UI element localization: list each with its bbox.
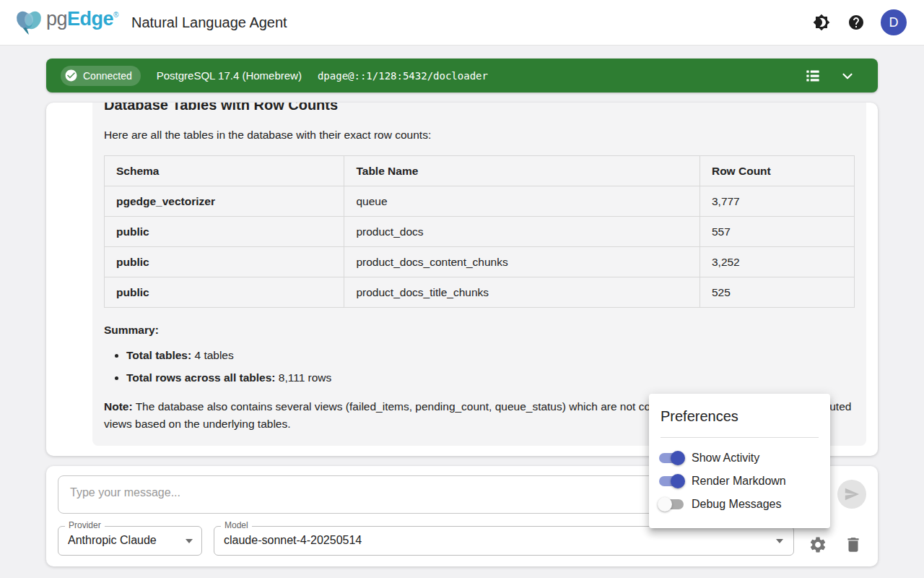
summary-list: Total tables: 4 tables Total rows across… bbox=[104, 348, 855, 385]
provider-select-label: Provider bbox=[65, 520, 105, 530]
dropdown-arrow-icon bbox=[776, 539, 783, 543]
connection-status-label: Connected bbox=[83, 70, 132, 82]
message-heading: Database Tables with Row Counts bbox=[104, 103, 855, 114]
summary-item-value: 4 tables bbox=[194, 349, 233, 361]
column-header-row-count: Row Count bbox=[699, 156, 854, 186]
note-label: Note: bbox=[104, 400, 133, 413]
toggle-row-debug-messages[interactable]: Debug Messages bbox=[649, 493, 830, 516]
cell-schema: public bbox=[105, 247, 344, 277]
pgedge-heart-icon bbox=[13, 8, 45, 37]
connection-string: dpage@::1/128:5432/docloader bbox=[318, 70, 488, 82]
brand-edge: Edge bbox=[67, 8, 113, 30]
connection-status-badge: Connected bbox=[61, 66, 141, 86]
trash-icon bbox=[844, 535, 863, 554]
summary-item-value: 8,111 rows bbox=[279, 371, 332, 384]
message-intro: Here are all the tables in the database … bbox=[104, 127, 855, 142]
summary-heading: Summary: bbox=[104, 322, 855, 337]
debug-messages-toggle[interactable] bbox=[659, 499, 684, 509]
provider-select-value: Anthropic Claude bbox=[68, 534, 157, 547]
connection-collapse-button[interactable] bbox=[834, 63, 860, 89]
toggle-label: Show Activity bbox=[692, 452, 759, 465]
dark-mode-toggle-button[interactable] bbox=[807, 8, 836, 37]
model-select-value: claude-sonnet-4-20250514 bbox=[224, 534, 362, 547]
help-icon bbox=[847, 14, 865, 31]
pgedge-logo: pgEdge® bbox=[13, 8, 118, 37]
cell-table-name: product_docs_content_chunks bbox=[344, 247, 699, 277]
cell-row-count: 525 bbox=[699, 277, 854, 308]
cell-table-name: product_docs_title_chunks bbox=[344, 277, 699, 308]
render-markdown-toggle[interactable] bbox=[659, 476, 684, 486]
provider-select[interactable]: Provider Anthropic Claude bbox=[58, 526, 202, 556]
toggle-row-render-markdown[interactable]: Render Markdown bbox=[649, 470, 830, 493]
preferences-divider bbox=[661, 437, 819, 438]
cell-table-name: queue bbox=[344, 186, 699, 217]
show-activity-toggle[interactable] bbox=[659, 453, 684, 463]
cell-schema: public bbox=[105, 277, 344, 308]
settings-button[interactable] bbox=[804, 531, 832, 558]
summary-item: Total tables: 4 tables bbox=[126, 348, 855, 363]
connection-list-button[interactable] bbox=[800, 63, 826, 89]
summary-item-label: Total tables: bbox=[126, 349, 191, 361]
column-header-table-name: Table Name bbox=[344, 156, 699, 186]
send-icon bbox=[844, 486, 860, 502]
preferences-popup: Preferences Show Activity Render Markdow… bbox=[649, 394, 830, 528]
brand-pg: pg bbox=[46, 8, 67, 30]
toggle-label: Render Markdown bbox=[692, 475, 786, 488]
table-row: public product_docs_title_chunks 525 bbox=[105, 277, 855, 308]
preferences-title: Preferences bbox=[649, 394, 830, 425]
send-button[interactable] bbox=[837, 480, 866, 509]
cell-row-count: 3,777 bbox=[699, 186, 854, 217]
model-select-label: Model bbox=[221, 520, 252, 530]
check-circle-icon bbox=[64, 69, 78, 82]
brand-registered-mark: ® bbox=[113, 11, 118, 19]
dropdown-arrow-icon bbox=[186, 539, 193, 543]
cell-schema: pgedge_vectorizer bbox=[105, 186, 344, 217]
connection-bar: Connected PostgreSQL 17.4 (Homebrew) dpa… bbox=[46, 59, 878, 92]
toggle-row-show-activity[interactable]: Show Activity bbox=[649, 447, 830, 470]
summary-item-label: Total rows across all tables: bbox=[126, 371, 275, 384]
page-title: Natural Language Agent bbox=[131, 14, 287, 31]
table-row: pgedge_vectorizer queue 3,777 bbox=[105, 186, 855, 217]
cell-table-name: product_docs bbox=[344, 217, 699, 247]
gear-icon bbox=[808, 535, 827, 554]
model-select[interactable]: Model claude-sonnet-4-20250514 bbox=[214, 526, 794, 556]
table-row: public product_docs_content_chunks 3,252 bbox=[105, 247, 855, 277]
chevron-down-icon bbox=[840, 68, 855, 84]
toggle-label: Debug Messages bbox=[692, 498, 782, 511]
brightness-moon-icon bbox=[813, 14, 830, 31]
server-list-icon bbox=[803, 66, 822, 85]
summary-item: Total rows across all tables: 8,111 rows bbox=[126, 370, 855, 385]
column-header-schema: Schema bbox=[105, 156, 344, 186]
app-header: pgEdge® Natural Language Agent D bbox=[0, 0, 924, 46]
table-header-row: Schema Table Name Row Count bbox=[105, 156, 855, 186]
clear-chat-button[interactable] bbox=[840, 531, 867, 558]
cell-row-count: 557 bbox=[699, 217, 854, 247]
help-button[interactable] bbox=[842, 8, 871, 37]
server-version-label: PostgreSQL 17.4 (Homebrew) bbox=[157, 69, 302, 82]
cell-row-count: 3,252 bbox=[699, 247, 854, 277]
cell-schema: public bbox=[105, 217, 344, 247]
table-row: public product_docs 557 bbox=[105, 217, 855, 247]
database-tables-table: Schema Table Name Row Count pgedge_vecto… bbox=[104, 155, 855, 308]
user-avatar[interactable]: D bbox=[881, 9, 907, 35]
